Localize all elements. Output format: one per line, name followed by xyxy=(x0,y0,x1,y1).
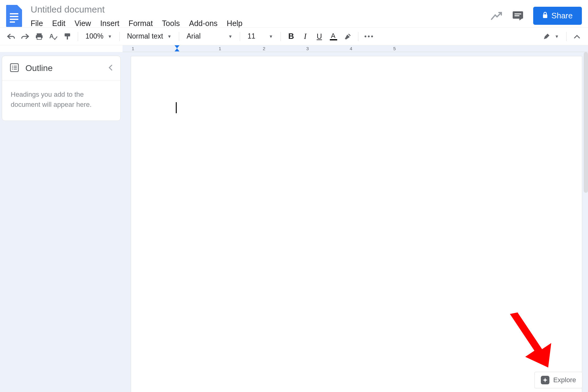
separator xyxy=(566,32,567,41)
main-area: Outline Headings you add to the document… xyxy=(0,52,588,392)
outline-title: Outline xyxy=(25,63,53,73)
outline-sidebar: Outline Headings you add to the document… xyxy=(0,52,123,392)
svg-point-13 xyxy=(12,67,13,68)
ruler-number: 1 xyxy=(219,46,221,51)
redo-button[interactable] xyxy=(19,30,31,43)
outline-header: Outline xyxy=(2,56,120,81)
svg-text:A: A xyxy=(49,33,54,39)
print-button[interactable] xyxy=(33,30,45,43)
ruler-number: 2 xyxy=(263,46,265,51)
ruler-number: 1 xyxy=(132,46,134,51)
highlight-color-button[interactable] xyxy=(341,30,354,43)
left-indent-marker[interactable] xyxy=(175,48,179,51)
ruler-number: 5 xyxy=(393,46,396,51)
activity-icon[interactable] xyxy=(490,10,503,22)
title-area: Untitled document File Edit View Insert … xyxy=(29,4,490,28)
sparkle-icon xyxy=(541,376,549,384)
document-page[interactable] xyxy=(131,56,582,392)
italic-button[interactable]: I xyxy=(299,30,311,43)
menu-format[interactable]: Format xyxy=(127,18,154,28)
more-toolbar-button[interactable]: ••• xyxy=(363,30,376,43)
svg-rect-2 xyxy=(514,15,519,16)
paragraph-style-dropdown[interactable]: Normal text ▼ xyxy=(124,30,175,43)
font-value: Arial xyxy=(187,32,201,40)
font-size-dropdown[interactable]: 11 ▼ xyxy=(244,30,276,43)
collapse-outline-button[interactable] xyxy=(108,64,113,73)
menu-edit[interactable]: Edit xyxy=(51,18,66,28)
vertical-scrollbar[interactable] xyxy=(584,52,588,193)
svg-rect-16 xyxy=(14,69,17,69)
menu-tools[interactable]: Tools xyxy=(161,18,181,28)
separator xyxy=(119,32,120,41)
zoom-value: 100% xyxy=(85,32,104,40)
editing-mode-dropdown[interactable]: ▼ xyxy=(540,30,562,43)
caret-down-icon: ▼ xyxy=(269,34,273,39)
svg-rect-3 xyxy=(543,14,547,18)
separator xyxy=(179,32,179,41)
undo-button[interactable] xyxy=(5,30,17,43)
pencil-icon xyxy=(543,33,550,40)
menu-addons[interactable]: Add-ons xyxy=(188,18,219,28)
document-canvas-area xyxy=(123,52,588,392)
collapse-toolbar-button[interactable] xyxy=(571,30,583,43)
style-value: Normal text xyxy=(127,32,163,40)
text-color-button[interactable]: A xyxy=(327,30,340,43)
explore-button[interactable]: Explore xyxy=(534,372,582,388)
header-actions: Share xyxy=(490,7,582,25)
svg-rect-8 xyxy=(65,33,70,36)
spellcheck-button[interactable]: A xyxy=(47,30,59,43)
svg-point-11 xyxy=(12,65,13,66)
underline-button[interactable]: U xyxy=(313,30,326,43)
text-cursor xyxy=(176,102,177,113)
zoom-dropdown[interactable]: 100% ▼ xyxy=(82,30,115,43)
font-family-dropdown[interactable]: Arial ▼ xyxy=(183,30,236,43)
ruler-number: 3 xyxy=(306,46,309,51)
share-button[interactable]: Share xyxy=(533,7,582,25)
menu-help[interactable]: Help xyxy=(225,18,243,28)
separator xyxy=(240,32,240,41)
app-header: Untitled document File Edit View Insert … xyxy=(0,0,588,28)
share-label: Share xyxy=(552,11,573,21)
svg-rect-1 xyxy=(514,13,521,14)
menu-file[interactable]: File xyxy=(29,18,44,28)
menu-bar: File Edit View Insert Format Tools Add-o… xyxy=(29,18,490,28)
bold-button[interactable]: B xyxy=(285,30,297,43)
svg-rect-14 xyxy=(14,67,17,68)
comments-icon[interactable] xyxy=(512,10,524,22)
menu-insert[interactable]: Insert xyxy=(99,18,121,28)
separator xyxy=(281,32,281,41)
toolbar: A 100% ▼ Normal text ▼ Arial ▼ 11 ▼ B I … xyxy=(0,28,588,45)
caret-down-icon: ▼ xyxy=(228,34,232,39)
paint-format-button[interactable] xyxy=(61,30,74,43)
ruler-number: 4 xyxy=(350,46,352,51)
svg-rect-9 xyxy=(67,36,68,39)
horizontal-ruler[interactable]: 1 1 2 3 4 5 xyxy=(123,45,588,52)
svg-rect-0 xyxy=(513,11,523,19)
svg-point-15 xyxy=(12,69,13,69)
svg-rect-6 xyxy=(37,37,41,39)
docs-logo-icon[interactable] xyxy=(6,5,22,27)
separator xyxy=(358,32,358,41)
font-size-value: 11 xyxy=(247,32,255,40)
separator xyxy=(78,32,78,41)
explore-label: Explore xyxy=(553,376,576,384)
outline-panel: Outline Headings you add to the document… xyxy=(2,56,121,121)
caret-down-icon: ▼ xyxy=(167,34,172,39)
lock-icon xyxy=(542,11,548,21)
svg-rect-4 xyxy=(37,33,42,35)
caret-down-icon: ▼ xyxy=(108,34,112,39)
outline-empty-message: Headings you add to the document will ap… xyxy=(2,81,120,121)
caret-down-icon: ▼ xyxy=(555,34,559,39)
svg-rect-12 xyxy=(14,66,17,66)
outline-icon xyxy=(9,63,19,74)
first-line-indent-marker[interactable] xyxy=(175,45,179,48)
document-title[interactable]: Untitled document xyxy=(29,4,106,15)
menu-view[interactable]: View xyxy=(73,18,92,28)
